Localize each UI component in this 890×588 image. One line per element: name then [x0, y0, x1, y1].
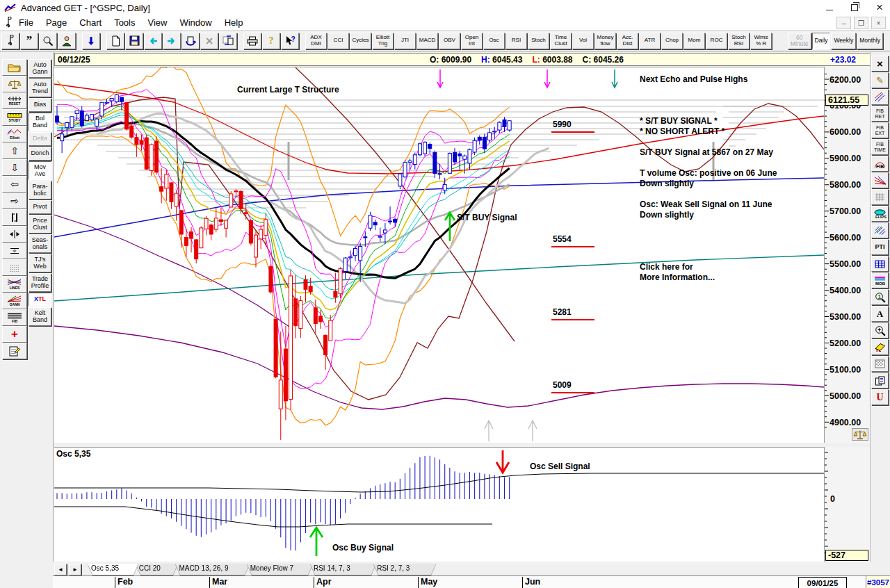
oscillator-panel[interactable]: Osc 5,35 Osc Buy SignalOsc Sell Signal [54, 447, 824, 562]
pencil-icon[interactable]: ✎ [871, 72, 889, 88]
indicator-roc[interactable]: ROC [706, 33, 727, 49]
menu-view[interactable]: View [141, 16, 173, 29]
indicator-stoch-rsi[interactable]: Stoch RSI [728, 33, 750, 49]
tab-rsi-14-7-3[interactable]: RSI 14, 7, 3 [310, 564, 376, 575]
indicator-osc[interactable]: Osc [483, 33, 505, 49]
blue-grid-icon[interactable] [871, 256, 889, 272]
fib-retracement-button[interactable]: FIB RET [871, 106, 889, 122]
search-button[interactable] [39, 33, 57, 49]
reset-button[interactable]: RESET [2, 92, 27, 109]
child-restore-button[interactable]: ❐ [854, 17, 868, 29]
child-minimize-button[interactable]: – [836, 17, 851, 29]
previous-page-button[interactable] [144, 33, 162, 49]
fib-time-button[interactable]: FIB TIME [871, 139, 889, 155]
crosshair-icon[interactable]: + [2, 326, 27, 343]
study-bias[interactable]: Bias [29, 98, 51, 112]
study-tj-s-web[interactable]: TJ's Web [29, 254, 51, 272]
indicator-mom[interactable]: Mom [683, 33, 705, 49]
lines-button[interactable]: LINES [2, 276, 27, 293]
timeframe-monthly[interactable]: Monthly [857, 33, 883, 49]
user-button[interactable] [58, 33, 76, 49]
study-bol-band[interactable]: Bol Band [29, 113, 51, 131]
magnet-button[interactable]: U [871, 389, 889, 405]
indicator-wlms-r[interactable]: Wlms % R [750, 33, 772, 49]
transfer-pages-button[interactable] [219, 33, 237, 49]
study-auto-gann[interactable]: Auto Gann [29, 59, 51, 78]
tab-money-flow-7[interactable]: Money Flow 7 [247, 564, 313, 575]
indicator-elliott-trig[interactable]: Elliott Trig [372, 33, 394, 49]
price-axis[interactable]: 6200.006100.006000.005900.005800.005700.… [824, 67, 871, 443]
menu-chart[interactable]: Chart [73, 16, 108, 29]
indicator-obv[interactable]: OBV [439, 33, 460, 49]
bar-spacing-icon[interactable] [2, 209, 27, 226]
study-button[interactable]: STUDY [2, 109, 27, 126]
study-para-bolic[interactable]: Para- bolic [29, 181, 51, 199]
timeframe-weekly[interactable]: Weekly [831, 33, 856, 49]
properties-icon[interactable] [2, 343, 27, 359]
hatch-lines-icon[interactable] [871, 222, 889, 238]
child-close-button[interactable]: × [871, 17, 886, 29]
eraser-icon[interactable] [871, 339, 889, 355]
pti-button[interactable]: PTI [871, 239, 889, 255]
study-kelt-band[interactable]: Kelt Band [29, 307, 51, 326]
copy-pages-icon[interactable] [871, 373, 889, 389]
compress-bars-icon[interactable] [2, 243, 27, 259]
new-page-button[interactable] [106, 33, 124, 49]
close-chart-button[interactable]: × [871, 56, 889, 72]
text-tool-button[interactable]: A [871, 306, 889, 322]
menu-help[interactable]: Help [218, 16, 250, 29]
timeframe-daily[interactable]: Daily [812, 33, 831, 49]
delete-page-button[interactable]: ✕ [200, 33, 218, 49]
elliott-button[interactable]: Elliott [2, 126, 27, 142]
print-button[interactable] [243, 33, 261, 49]
indicator-time-clust[interactable]: Time Clust [550, 33, 572, 49]
open-folder-icon[interactable] [2, 59, 27, 76]
arrow-right-icon[interactable]: ⇨ [2, 193, 27, 209]
close-button[interactable]: × [875, 3, 884, 13]
indicator-acc-dist[interactable]: Acc. Dist [617, 33, 638, 49]
expand-bars-icon[interactable] [2, 226, 27, 243]
minimize-button[interactable] [825, 3, 834, 13]
indicator-vol[interactable]: Vol [572, 33, 594, 49]
tab-scroll-right-button[interactable]: ► [69, 564, 81, 575]
save-button[interactable] [125, 33, 143, 49]
tab-rsi-2-7-3[interactable]: RSI 2, 7, 3 [373, 564, 436, 575]
rotate-page-button[interactable] [181, 33, 200, 49]
zoom-data-icon[interactable]: 1 [871, 289, 889, 305]
fan-lines-icon[interactable] [871, 172, 889, 188]
menu-tools[interactable]: Tools [108, 16, 141, 29]
study-auto-trend[interactable]: Auto Trend [29, 79, 51, 97]
study-xtl[interactable]: XTL [29, 293, 51, 307]
scales-icon[interactable] [2, 76, 27, 92]
tab-osc-5-35[interactable]: Osc 5,35 [88, 564, 138, 575]
study-seas-onals[interactable]: Seas- onals [29, 234, 51, 253]
menu-window[interactable]: Window [173, 16, 218, 29]
fib-button[interactable]: FIB [2, 309, 27, 326]
indicator-open-int[interactable]: Open Int [461, 33, 483, 49]
fib-circle-icon[interactable]: FIB [871, 156, 889, 172]
drag-tool-button[interactable] [1, 33, 19, 49]
menu-file[interactable]: File [13, 16, 40, 29]
tab-macd-13-26-9[interactable]: MACD 13, 26, 9 [175, 564, 249, 575]
arrow-left-icon[interactable]: ⇦ [2, 176, 27, 193]
study-price-clust[interactable]: Price Clust [29, 215, 51, 234]
ellipse-tool-icon[interactable]: ELIPS [871, 206, 889, 222]
indicator-cycles[interactable]: Cycles [350, 33, 371, 49]
annotation-quotes-button[interactable]: ” [20, 33, 38, 49]
context-help-button[interactable]: ? [281, 33, 299, 49]
arrow-up-icon[interactable]: ⇧ [2, 142, 27, 159]
indicator-adx-dmi[interactable]: ADX DMI [305, 33, 327, 49]
study-delta[interactable]: Delta [29, 132, 51, 146]
arrow-down-icon[interactable]: ⇩ [2, 159, 27, 176]
pattern-icon[interactable] [871, 356, 889, 372]
grid-icon[interactable] [2, 259, 27, 276]
study-mov-ave[interactable]: Mov Ave [29, 161, 51, 180]
tab-cci-20[interactable]: CCI 20 [136, 564, 179, 575]
indicator-rsi[interactable]: RSI [505, 33, 527, 49]
child-window-icon[interactable] [4, 17, 13, 28]
help-button[interactable]: ? [262, 33, 280, 49]
next-page-button[interactable] [163, 33, 181, 49]
parallel-lines-icon[interactable] [871, 89, 889, 105]
indicator-cci[interactable]: CCI [327, 33, 349, 49]
scales-corner-icon[interactable] [852, 428, 868, 441]
